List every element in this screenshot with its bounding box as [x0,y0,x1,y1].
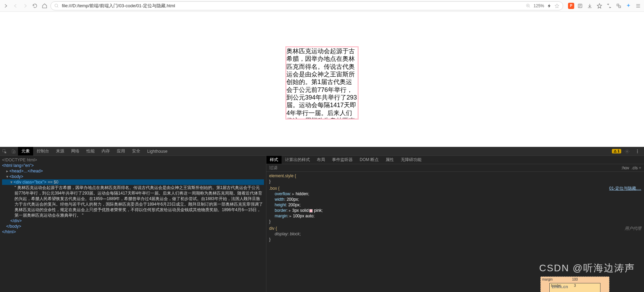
tab-security[interactable]: 安全 [129,147,144,156]
pdf-ext-icon[interactable]: P [568,3,574,9]
svg-point-9 [637,152,638,153]
home-icon[interactable] [41,2,48,10]
menu-icon[interactable] [634,2,642,10]
tab-a11y[interactable]: 无障碍功能 [397,156,425,164]
dom-tree[interactable]: <!DOCTYPE html> <html lang="en"> ▸ <head… [0,156,266,292]
svg-point-0 [55,4,58,7]
url-bar[interactable]: 125% [50,1,563,10]
ua-label: 用户代理 [625,226,641,231]
div-close: </div> [2,218,264,224]
source-link[interactable]: 01-定位与隐藏.… [609,186,641,191]
head-node[interactable]: <head>…</head> [9,169,43,173]
styles-pane: 样式 计算出的样式 布局 事件监听器 DOM 断点 属性 无障碍功能 过滤 :h… [266,156,644,292]
svg-point-6 [626,151,628,152]
tab-console[interactable]: 控制台 [33,147,53,156]
zoom-icon[interactable] [526,3,531,8]
flash-icon[interactable] [547,3,552,8]
forward-icon[interactable] [21,2,29,10]
hov-toggle[interactable]: :hov [621,166,629,170]
doctype-line: <!DOCTYPE html> [2,157,264,163]
search-icon [54,3,59,8]
filter-input[interactable]: 过滤 [269,165,277,171]
reader-icon[interactable] [576,2,584,10]
tab-dom-bp[interactable]: DOM 断点 [356,156,382,164]
inspect-icon[interactable] [0,147,9,156]
tab-styles[interactable]: 样式 [266,156,282,164]
content-box: 奥林匹克运动会起源于古希腊，因举办地点在奥林匹克而得名。传说古代奥运会是由众神之… [285,46,359,120]
zoom-level: 125% [533,3,544,8]
svg-rect-5 [14,151,16,153]
devtools-tab-bar: 元素 控制台 来源 网络 性能 内存 应用 安全 Lighthouse ⚠ 1 [0,147,644,156]
tab-props[interactable]: 属性 [382,156,397,164]
svg-point-8 [637,151,638,151]
tab-sources[interactable]: 来源 [53,147,68,156]
tab-layout[interactable]: 布局 [313,156,329,164]
tab-application[interactable]: 应用 [113,147,129,156]
ai-icon[interactable] [625,2,632,10]
translate-icon[interactable] [615,2,623,10]
html-close: </html> [2,229,264,235]
tab-computed[interactable]: 计算出的样式 [282,156,313,164]
tab-listeners[interactable]: 事件监听器 [329,156,356,164]
tab-elements[interactable]: 元素 [18,147,33,156]
reload-icon[interactable] [31,2,39,10]
bookmark-icon[interactable] [555,3,559,8]
warning-badge[interactable]: ⚠ 1 [612,149,621,153]
color-swatch-icon[interactable] [309,209,313,213]
cls-toggle[interactable]: .cls [632,166,638,170]
devtools-panel: 元素 控制台 来源 网络 性能 内存 应用 安全 Lighthouse ⚠ 1 … [0,147,644,292]
url-input[interactable] [62,3,523,8]
tab-memory[interactable]: 内存 [98,147,113,156]
svg-point-7 [637,149,638,150]
back-icon[interactable] [12,2,19,10]
styles-tabs: 样式 计算出的样式 布局 事件监听器 DOM 断点 属性 无障碍功能 [266,156,644,164]
expand-icon[interactable] [2,2,10,10]
styles-filter-row: 过滤 :hov .cls + [266,164,644,172]
tab-lighthouse[interactable]: Lighthouse [144,147,171,156]
selected-node[interactable]: ▾ <div class="box">== $0 [2,179,264,185]
gear-icon[interactable] [623,149,632,154]
extension-bar: P [565,2,642,10]
more-icon[interactable] [633,149,642,154]
html-open: <html lang="en"> [2,163,34,168]
tab-performance[interactable]: 性能 [83,147,98,156]
text-node: " 奥林匹克运动会起源于古希腊，因举办地点在奥林匹克而得名。传说古代奥运会是由众… [2,185,264,218]
screenshot-icon[interactable] [605,2,613,10]
body-open[interactable]: <body> [9,174,23,179]
favorite-icon[interactable] [596,2,603,10]
tab-network[interactable]: 网络 [68,147,83,156]
download-icon[interactable] [586,2,594,10]
box-model[interactable]: margin 100 border 3 [437,273,603,292]
browser-toolbar: 125% P [0,0,644,12]
body-close: </body> [2,224,264,229]
device-icon[interactable] [9,147,18,156]
